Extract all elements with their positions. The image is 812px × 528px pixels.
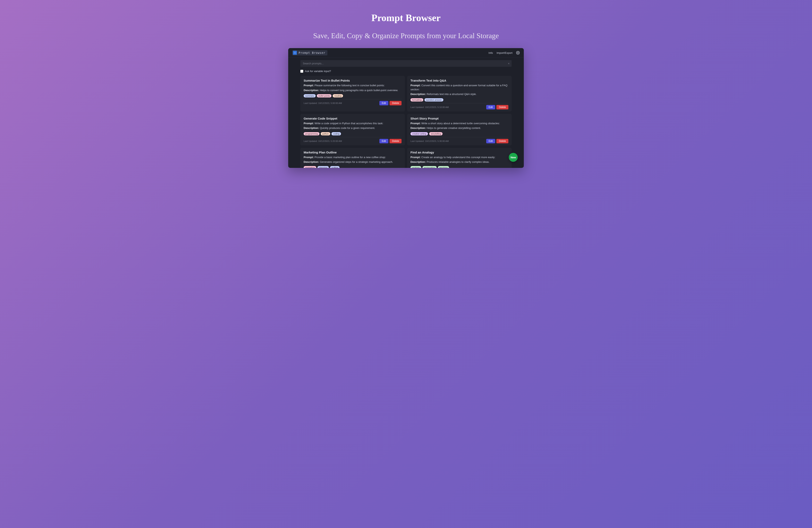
new-button[interactable]: New <box>509 153 518 162</box>
tag[interactable]: analogy <box>410 166 421 168</box>
card-footer: Last Updated: 10/12/2023, 5:00:00 AMEdit… <box>304 99 402 105</box>
prompt-card: Generate Code SnippetPrompt: Write a cod… <box>300 114 405 145</box>
card-title: Transform Text into Q&A <box>410 79 508 82</box>
card-tags: summarybullet pointsreading <box>304 94 402 98</box>
tag[interactable]: reading <box>333 94 343 98</box>
tag[interactable]: programming <box>304 132 319 135</box>
card-actions: EditDelete <box>379 101 402 105</box>
tag[interactable]: teaching <box>438 166 449 168</box>
variable-input-checkbox[interactable] <box>300 70 303 73</box>
card-title: Find an Analogy <box>410 151 508 154</box>
card-description-line: Description: Helps to generate creative … <box>410 126 508 130</box>
prompt-card: Transform Text into Q&APrompt: Convert t… <box>407 76 512 112</box>
edit-button[interactable]: Edit <box>486 139 495 143</box>
prompt-card: Marketing Plan OutlinePrompt: Provide a … <box>300 148 405 168</box>
card-tags: marketingplanningoutline <box>304 166 402 168</box>
app-window: Prompt Browser Info Import/Export × Ask … <box>288 48 524 168</box>
card-description-line: Description: Reformats text into a struc… <box>410 92 508 96</box>
app-header: Prompt Browser Info Import/Export <box>288 48 524 58</box>
tag[interactable]: creative writing <box>410 132 428 135</box>
card-footer: Last Updated: 10/12/2023, 5:20:00 AMEdit… <box>304 137 402 143</box>
tag[interactable]: storytelling <box>429 132 443 135</box>
card-description-line: Description: Generates organized steps f… <box>304 160 402 164</box>
prompt-card: Summarize Text in Bullet PointsPrompt: P… <box>300 76 405 112</box>
card-prompt-line: Prompt: Write a short story about a dete… <box>410 121 508 126</box>
card-description-line: Description: Produces relatable analogie… <box>410 160 508 164</box>
search-row: × <box>300 60 512 67</box>
app-brand-text: Prompt Browser <box>299 51 325 55</box>
delete-button[interactable]: Delete <box>496 105 508 109</box>
cards-grid[interactable]: Summarize Text in Bullet PointsPrompt: P… <box>300 76 512 168</box>
card-title: Marketing Plan Outline <box>304 151 402 154</box>
tag[interactable]: marketing <box>304 166 316 168</box>
tag[interactable]: coding <box>332 132 341 135</box>
card-last-updated: Last Updated: 10/12/2023, 5:00:00 AM <box>304 102 342 104</box>
card-last-updated: Last Updated: 10/12/2023, 5:20:00 AM <box>304 140 342 142</box>
card-footer: Last Updated: 10/12/2023, 5:10:00 AMEdit… <box>410 103 508 109</box>
tag[interactable]: outline <box>330 166 339 168</box>
tag[interactable]: summary <box>304 94 316 98</box>
card-actions: EditDelete <box>379 139 402 143</box>
card-tags: analogyexplanationteaching <box>410 166 508 168</box>
card-title: Short Story Prompt <box>410 117 508 120</box>
hero-subtitle: Save, Edit, Copy & Organize Prompts from… <box>8 31 804 40</box>
card-prompt-line: Prompt: Please summarize the following t… <box>304 84 402 88</box>
tag[interactable]: bullet points <box>317 94 332 98</box>
card-title: Summarize Text in Bullet Points <box>304 79 402 82</box>
gear-icon[interactable] <box>516 51 520 55</box>
app-body: × Ask for variable input? Summarize Text… <box>288 58 524 168</box>
hero-title: Prompt Browser <box>8 12 804 23</box>
delete-button[interactable]: Delete <box>390 101 402 105</box>
variable-input-row: Ask for variable input? <box>300 70 512 73</box>
app-logo-icon <box>293 51 297 55</box>
card-tags: creative writingstorytelling <box>410 132 508 135</box>
variable-input-label: Ask for variable input? <box>305 70 331 73</box>
card-prompt-line: Prompt: Write a code snippet in Python t… <box>304 121 402 126</box>
svg-point-0 <box>294 53 295 53</box>
card-last-updated: Last Updated: 10/12/2023, 5:10:00 AM <box>410 106 449 108</box>
card-tags: formattingquestion-answer <box>410 98 508 102</box>
card-last-updated: Last Updated: 10/12/2023, 5:30:00 AM <box>410 140 449 142</box>
card-description-line: Description: Helps to convert long parag… <box>304 88 402 92</box>
card-title: Generate Code Snippet <box>304 117 402 120</box>
edit-button[interactable]: Edit <box>379 139 389 143</box>
card-footer: Last Updated: 10/12/2023, 5:30:00 AMEdit… <box>410 137 508 143</box>
app-brand[interactable]: Prompt Browser <box>292 50 328 55</box>
clear-search-icon[interactable]: × <box>508 62 510 65</box>
nav-link-info[interactable]: Info <box>489 52 493 55</box>
tag[interactable]: python <box>321 132 331 135</box>
prompt-card: Short Story PromptPrompt: Write a short … <box>407 114 512 145</box>
nav-link-import-export[interactable]: Import/Export <box>497 52 512 55</box>
edit-button[interactable]: Edit <box>486 105 495 109</box>
card-tags: programmingpythoncoding <box>304 132 402 135</box>
card-prompt-line: Prompt: Provide a basic marketing plan o… <box>304 155 402 159</box>
delete-button[interactable]: Delete <box>496 139 508 143</box>
tag[interactable]: explanation <box>422 166 437 168</box>
svg-point-1 <box>518 53 519 54</box>
edit-button[interactable]: Edit <box>379 101 389 105</box>
app-nav: Info Import/Export <box>489 51 520 55</box>
tag[interactable]: planning <box>317 166 329 168</box>
delete-button[interactable]: Delete <box>390 139 402 143</box>
card-description-line: Description: Quickly produces code for a… <box>304 126 402 130</box>
tag[interactable]: formatting <box>410 98 423 102</box>
card-actions: EditDelete <box>486 139 508 143</box>
card-prompt-line: Prompt: Convert this content into a ques… <box>410 84 508 91</box>
card-prompt-line: Prompt: Create an analogy to help unders… <box>410 155 508 159</box>
card-actions: EditDelete <box>486 105 508 109</box>
search-input[interactable] <box>300 60 512 67</box>
tag[interactable]: question-answer <box>424 98 444 102</box>
prompt-card: Find an AnalogyPrompt: Create an analogy… <box>407 148 512 168</box>
